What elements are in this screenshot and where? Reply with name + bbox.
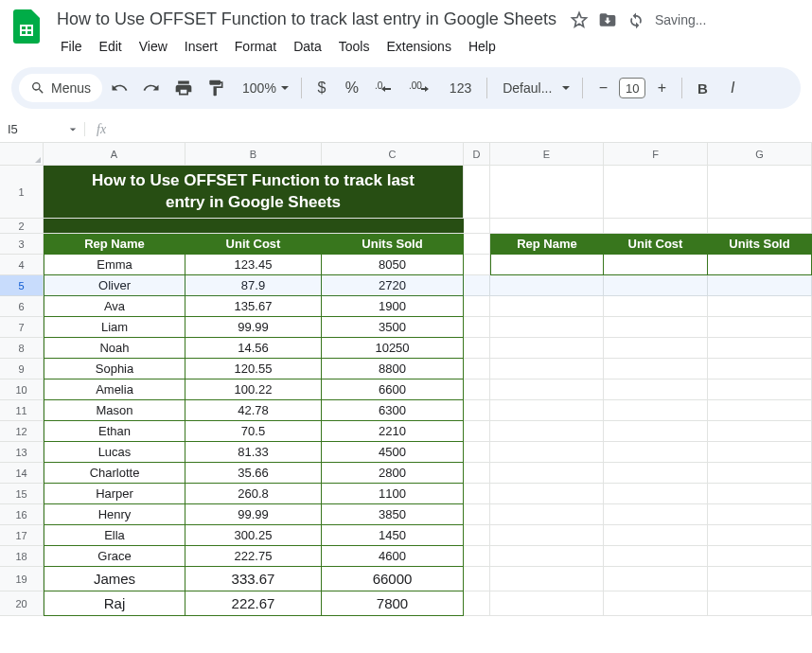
cell-G6[interactable] (708, 296, 812, 317)
row-header-7[interactable]: 7 (0, 317, 44, 338)
cell-G18[interactable] (708, 546, 812, 567)
cell-B12[interactable]: 70.5 (185, 421, 322, 442)
cell-G14[interactable] (708, 463, 812, 484)
row-header-19[interactable]: 19 (0, 567, 44, 591)
cell-C10[interactable]: 6600 (322, 379, 464, 400)
cell-D12[interactable] (464, 421, 490, 442)
row-header-1[interactable]: 1 (0, 166, 44, 219)
cell-F8[interactable] (604, 338, 708, 359)
cell-F19[interactable] (604, 567, 708, 591)
column-header-G[interactable]: G (708, 143, 812, 166)
cell-F18[interactable] (604, 546, 708, 567)
cell-C6[interactable]: 1900 (322, 296, 464, 317)
cell-G16[interactable] (708, 504, 812, 525)
cell-E15[interactable] (490, 484, 604, 504)
cell-E5[interactable] (490, 275, 604, 296)
cell-D8[interactable] (464, 338, 490, 359)
bold-button[interactable]: B (688, 74, 716, 102)
percent-button[interactable]: % (338, 74, 366, 102)
row-header-13[interactable]: 13 (0, 442, 44, 463)
cell-D9[interactable] (464, 359, 490, 379)
cell-B8[interactable]: 14.56 (185, 338, 322, 359)
cell-E6[interactable] (490, 296, 604, 317)
cell-A7[interactable]: Liam (44, 317, 185, 338)
cell-A16[interactable]: Henry (44, 504, 185, 525)
cell-A11[interactable]: Mason (44, 400, 185, 421)
cell-B19[interactable]: 333.67 (185, 567, 322, 591)
select-all-corner[interactable] (0, 143, 44, 166)
cell-F15[interactable] (604, 484, 708, 504)
cell-A15[interactable]: Harper (44, 484, 185, 504)
row-header-10[interactable]: 10 (0, 379, 44, 400)
cell-C16[interactable]: 3850 (322, 504, 464, 525)
cell-G2[interactable] (708, 219, 812, 234)
row-header-15[interactable]: 15 (0, 484, 44, 504)
cell-D1[interactable] (464, 166, 490, 219)
header-rep[interactable]: Rep Name (44, 234, 185, 255)
cell-B14[interactable]: 35.66 (185, 463, 322, 484)
cell-F5[interactable] (604, 275, 708, 296)
cell-F13[interactable] (604, 442, 708, 463)
cell-G10[interactable] (708, 379, 812, 400)
cell-F20[interactable] (604, 591, 708, 616)
column-header-B[interactable]: B (185, 143, 322, 166)
cell-A20[interactable]: Raj (44, 591, 185, 616)
currency-button[interactable]: $ (308, 74, 336, 102)
cell-F12[interactable] (604, 421, 708, 442)
row-header-9[interactable]: 9 (0, 359, 44, 379)
row-header-16[interactable]: 16 (0, 504, 44, 525)
search-menus[interactable]: Menus (19, 74, 102, 102)
menu-tools[interactable]: Tools (331, 35, 378, 58)
doc-title[interactable]: How to Use OFFSET Function to track last… (53, 8, 560, 31)
cell-D11[interactable] (464, 400, 490, 421)
cell-G15[interactable] (708, 484, 812, 504)
cell-C20[interactable]: 7800 (322, 591, 464, 616)
cell-G4[interactable] (708, 255, 812, 275)
row-header-12[interactable]: 12 (0, 421, 44, 442)
cell-C9[interactable]: 8800 (322, 359, 464, 379)
cell-C18[interactable]: 4600 (322, 546, 464, 567)
cell-G7[interactable] (708, 317, 812, 338)
cell-F6[interactable] (604, 296, 708, 317)
menu-extensions[interactable]: Extensions (379, 35, 458, 58)
cell-B5[interactable]: 87.9 (185, 275, 322, 296)
header2-cost[interactable]: Unit Cost (604, 234, 708, 255)
cell-A5[interactable]: Oliver (44, 275, 185, 296)
cell-F1[interactable] (604, 166, 708, 219)
cell-E12[interactable] (490, 421, 604, 442)
cell-B10[interactable]: 100.22 (185, 379, 322, 400)
cell-C4[interactable]: 8050 (322, 255, 464, 275)
row-header-17[interactable]: 17 (0, 525, 44, 546)
cell-D14[interactable] (464, 463, 490, 484)
italic-button[interactable]: I (718, 74, 747, 102)
cell-G9[interactable] (708, 359, 812, 379)
menu-file[interactable]: File (53, 35, 90, 58)
cell-B13[interactable]: 81.33 (185, 442, 322, 463)
cell-E19[interactable] (490, 567, 604, 591)
cell-C7[interactable]: 3500 (322, 317, 464, 338)
cell-F16[interactable] (604, 504, 708, 525)
cell-D3[interactable] (464, 234, 490, 255)
cell-C13[interactable]: 4500 (322, 442, 464, 463)
column-header-A[interactable]: A (44, 143, 185, 166)
row-header-18[interactable]: 18 (0, 546, 44, 567)
cell-D20[interactable] (464, 591, 490, 616)
cell-E8[interactable] (490, 338, 604, 359)
row-header-2[interactable]: 2 (0, 219, 44, 234)
name-box[interactable]: I5 (0, 122, 85, 136)
decrease-decimal-button[interactable]: .0 (368, 74, 400, 102)
cell-C14[interactable]: 2800 (322, 463, 464, 484)
increase-font-size-button[interactable]: + (647, 74, 676, 102)
cell-G11[interactable] (708, 400, 812, 421)
cell-D13[interactable] (464, 442, 490, 463)
row-header-8[interactable]: 8 (0, 338, 44, 359)
column-header-C[interactable]: C (322, 143, 464, 166)
column-header-F[interactable]: F (604, 143, 708, 166)
cell-A8[interactable]: Noah (44, 338, 185, 359)
cell-B15[interactable]: 260.8 (185, 484, 322, 504)
menu-help[interactable]: Help (461, 35, 503, 58)
header2-rep[interactable]: Rep Name (490, 234, 604, 255)
cell-D15[interactable] (464, 484, 490, 504)
cell-C15[interactable]: 1100 (322, 484, 464, 504)
cell-D18[interactable] (464, 546, 490, 567)
